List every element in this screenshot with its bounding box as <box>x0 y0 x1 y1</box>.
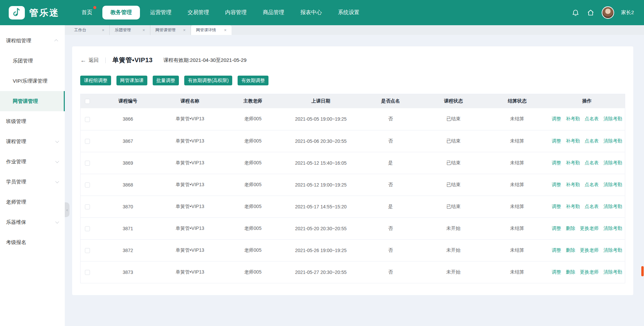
nav-item-3[interactable]: 运营管理 <box>142 6 180 19</box>
nav-item-label: 教务管理 <box>110 9 132 15</box>
back-button[interactable]: ← 返回 <box>80 57 99 64</box>
nav-item-6[interactable]: 商品管理 <box>255 6 292 19</box>
row-action-link[interactable]: 补考勤 <box>566 204 580 209</box>
tab-4[interactable]: 网管课详情× <box>191 25 232 35</box>
cell-actions: 调整补考勤点名表清除考勤 <box>549 196 625 217</box>
nav-item-label: 系统设置 <box>338 9 359 15</box>
nav-item-5[interactable]: 内容管理 <box>217 6 255 19</box>
row-action-link[interactable]: 更换老师 <box>580 247 599 253</box>
row-action-link[interactable]: 点名表 <box>585 138 599 144</box>
tab-label: 乐团管理 <box>115 27 131 33</box>
home-icon[interactable] <box>587 9 595 17</box>
row-action-link[interactable]: 删除 <box>566 269 575 275</box>
cell-id: 3867 <box>99 130 156 152</box>
column-header-3: 主教老师 <box>224 94 282 108</box>
row-action-link[interactable]: 调整 <box>552 182 561 187</box>
action-button-5[interactable]: 有效期调整 <box>238 76 268 85</box>
cell-id: 3871 <box>99 217 156 239</box>
row-action-link[interactable]: 调整 <box>552 247 561 253</box>
cell-date: 2021-05-06 20:30~20:55 <box>282 130 359 152</box>
row-action-link[interactable]: 删除 <box>566 226 575 231</box>
row-checkbox[interactable] <box>85 204 90 209</box>
user-avatar[interactable] <box>602 6 614 19</box>
action-button-1[interactable]: 课程组调整 <box>80 76 111 85</box>
cell-date: 2021-05-20 20:30~20:55 <box>282 217 359 239</box>
chevron-down-icon <box>55 159 59 163</box>
sidebar-item-3[interactable]: 课程管理 <box>0 131 65 152</box>
row-action-link[interactable]: 补考勤 <box>566 160 580 165</box>
row-action-link[interactable]: 点名表 <box>585 204 599 209</box>
nav-item-2[interactable]: 教务管理 <box>102 6 140 19</box>
row-checkbox[interactable] <box>85 248 90 253</box>
sidebar-item-2[interactable]: 班级管理 <box>0 111 65 131</box>
row-action-link[interactable]: 清除考勤 <box>603 160 622 165</box>
row-action-link[interactable]: 点名表 <box>585 182 599 187</box>
tab-3[interactable]: 网管课管理× <box>150 25 191 35</box>
row-action-link[interactable]: 清除考勤 <box>603 116 622 121</box>
row-action-link[interactable]: 删除 <box>566 247 575 253</box>
tab-close-icon[interactable]: × <box>183 28 186 32</box>
row-action-link[interactable]: 清除考勤 <box>603 226 622 231</box>
sidebar-subitem-1-2[interactable]: VIP/乐理课管理 <box>0 71 65 91</box>
column-header-1: 课程编号 <box>99 94 156 108</box>
sidebar-item-7[interactable]: 乐器维保 <box>0 212 65 232</box>
row-action-link[interactable]: 调整 <box>552 204 561 209</box>
sidebar-item-1[interactable]: 课程组管理 <box>0 31 65 51</box>
row-action-link[interactable]: 清除考勤 <box>603 204 622 209</box>
sidebar-collapse-handle[interactable]: ‹ <box>65 202 69 217</box>
action-button-3[interactable]: 批量调整 <box>153 76 179 85</box>
nav-item-label: 内容管理 <box>225 9 247 15</box>
tab-close-icon[interactable]: × <box>224 28 227 32</box>
sidebar-subitem-1-1[interactable]: 乐团管理 <box>0 51 65 71</box>
row-action-link[interactable]: 调整 <box>552 160 561 165</box>
page-scrollbar-thumb[interactable] <box>641 266 644 276</box>
cell-name: 单簧管•VIP13 <box>156 261 224 283</box>
action-button-4[interactable]: 有效期调整(高权限) <box>184 76 232 85</box>
nav-item-7[interactable]: 报表中心 <box>292 6 330 19</box>
row-action-link[interactable]: 清除考勤 <box>603 269 622 275</box>
row-action-link[interactable]: 清除考勤 <box>603 247 622 253</box>
row-select-cell <box>81 261 99 283</box>
row-checkbox[interactable] <box>85 139 90 144</box>
sidebar-subitem-label: VIP/乐理课管理 <box>13 78 47 84</box>
row-checkbox[interactable] <box>85 117 90 122</box>
app-logo[interactable] <box>9 6 25 19</box>
nav-item-4[interactable]: 交易管理 <box>180 6 217 19</box>
user-name[interactable]: 家长2 <box>621 9 634 16</box>
sidebar-subitem-1-3[interactable]: 网管课管理 <box>0 91 65 111</box>
select-all-checkbox[interactable] <box>85 99 90 104</box>
row-checkbox[interactable] <box>85 182 90 188</box>
tab-close-icon[interactable]: × <box>102 28 104 32</box>
sidebar-item-4[interactable]: 作业管理 <box>0 152 65 172</box>
row-action-link[interactable]: 更换老师 <box>580 226 599 231</box>
tab-1[interactable]: 工作台× <box>69 25 110 35</box>
tab-close-icon[interactable]: × <box>142 28 145 32</box>
row-action-link[interactable]: 调整 <box>552 226 561 231</box>
row-checkbox[interactable] <box>85 270 90 275</box>
row-action-link[interactable]: 调整 <box>552 138 561 144</box>
action-button-2[interactable]: 网管课加课 <box>116 76 147 85</box>
row-action-link[interactable]: 点名表 <box>585 116 599 121</box>
row-action-link[interactable]: 调整 <box>552 269 561 275</box>
row-action-link[interactable]: 清除考勤 <box>603 138 622 144</box>
row-action-link[interactable]: 清除考勤 <box>603 182 622 187</box>
row-action-link[interactable]: 补考勤 <box>566 138 580 144</box>
nav-item-8[interactable]: 系统设置 <box>330 6 367 19</box>
row-action-link[interactable]: 更换老师 <box>580 269 599 275</box>
bell-icon[interactable] <box>572 9 580 17</box>
nav-item-1[interactable]: 首页 <box>73 6 100 19</box>
tab-2[interactable]: 乐团管理× <box>110 25 150 35</box>
sidebar-item-6[interactable]: 老师管理 <box>0 192 65 212</box>
row-action-link[interactable]: 补考勤 <box>566 116 580 121</box>
row-action-link[interactable]: 点名表 <box>585 160 599 165</box>
cell-rollcall: 是 <box>359 152 422 174</box>
cell-date: 2021-05-27 20:30~20:55 <box>282 261 359 283</box>
sidebar-item-8[interactable]: 考级报名 <box>0 232 65 252</box>
cell-rollcall: 否 <box>359 239 422 261</box>
sidebar-item-5[interactable]: 学员管理 <box>0 172 65 192</box>
row-action-link[interactable]: 调整 <box>552 116 561 121</box>
row-checkbox[interactable] <box>85 161 90 166</box>
row-checkbox[interactable] <box>85 226 90 231</box>
row-action-link[interactable]: 补考勤 <box>566 182 580 187</box>
cell-name: 单簧管•VIP13 <box>156 108 224 130</box>
